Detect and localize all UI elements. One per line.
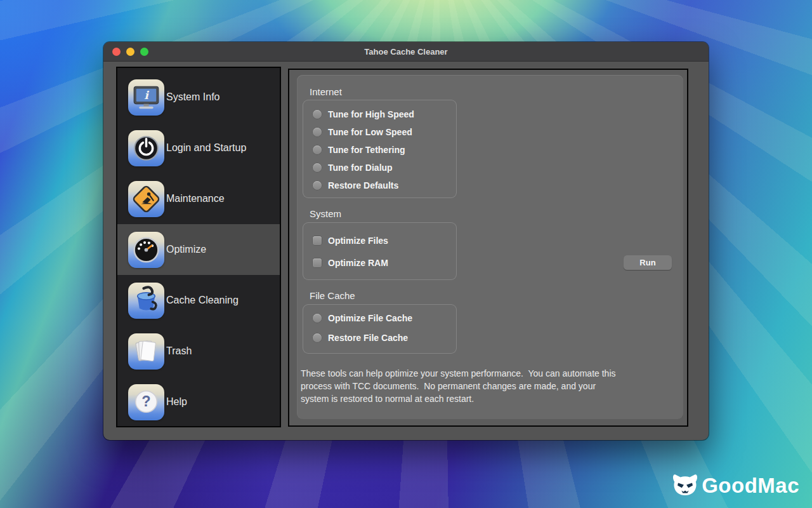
option-restore-defaults[interactable]: Restore Defaults [303, 177, 456, 194]
sidebar-item-login-and-startup[interactable]: Login and Startup [117, 123, 280, 173]
radio-icon [313, 181, 322, 190]
question-mark-icon: ? [128, 384, 164, 420]
sidebar: i System Info Login and Startup [116, 67, 281, 427]
option-tune-for-low-speed[interactable]: Tune for Low Speed [303, 123, 456, 141]
goodmac-brand-text: GoodMac [702, 474, 799, 498]
roadwork-sign-icon [128, 181, 164, 217]
option-tune-for-high-speed[interactable]: Tune for High Speed [303, 105, 456, 123]
description-text: These tools can help optimize your syste… [301, 367, 621, 405]
option-tune-for-dialup[interactable]: Tune for Dialup [303, 159, 456, 177]
sidebar-item-cache-cleaning[interactable]: Cache Cleaning [117, 275, 280, 326]
option-label: Tune for Dialup [328, 163, 393, 173]
sidebar-item-optimize[interactable]: Optimize [117, 224, 280, 275]
option-tune-for-tethering[interactable]: Tune for Tethering [303, 141, 456, 159]
section-header-file-cache: File Cache [310, 290, 355, 301]
checkbox-icon [313, 258, 322, 267]
optimize-pane: Internet Tune for High Speed Tune for Lo… [297, 75, 683, 419]
window-title: Tahoe Cache Cleaner [103, 42, 709, 62]
radio-icon [313, 110, 322, 119]
desktop-wallpaper: Tahoe Cache Cleaner i System Info [0, 0, 812, 508]
sidebar-item-system-info[interactable]: i System Info [117, 72, 280, 123]
option-optimize-ram[interactable]: Optimize RAM [303, 251, 456, 274]
goodmac-watermark: GoodMac [671, 472, 799, 499]
main-panel: Internet Tune for High Speed Tune for Lo… [288, 69, 688, 427]
internet-groupbox: Tune for High Speed Tune for Low Speed T… [303, 100, 457, 198]
option-label: Optimize Files [328, 236, 388, 246]
option-label: Optimize File Cache [328, 313, 412, 323]
sidebar-item-maintenance[interactable]: Maintenance [117, 173, 280, 224]
app-window: Tahoe Cache Cleaner i System Info [103, 42, 709, 440]
sidebar-item-label: Trash [166, 345, 192, 357]
monitor-info-icon: i [128, 79, 164, 116]
option-optimize-file-cache[interactable]: Optimize File Cache [303, 308, 456, 328]
svg-text:?: ? [141, 393, 150, 410]
radio-icon [313, 145, 322, 154]
option-label: Tune for Tethering [328, 145, 405, 155]
sidebar-item-trash[interactable]: Trash [117, 326, 280, 377]
system-groupbox: Optimize Files Optimize RAM [303, 222, 457, 280]
file-cache-groupbox: Optimize File Cache Restore File Cache [303, 304, 457, 354]
sidebar-item-label: Cache Cleaning [166, 295, 239, 306]
sidebar-item-help[interactable]: ? Help [117, 377, 280, 427]
sidebar-item-label: Help [166, 396, 187, 408]
option-label: Tune for High Speed [328, 109, 414, 119]
radio-icon [313, 333, 322, 342]
speedometer-icon [128, 232, 164, 268]
radio-icon [313, 163, 322, 172]
goodmac-cat-logo-icon [671, 472, 700, 499]
run-button[interactable]: Run [624, 255, 672, 270]
radio-icon [313, 314, 322, 323]
radio-icon [313, 128, 322, 137]
section-header-internet: Internet [310, 86, 342, 97]
section-header-system: System [310, 208, 341, 219]
sidebar-item-label: System Info [166, 91, 219, 103]
sidebar-item-label: Maintenance [166, 193, 225, 204]
option-restore-file-cache[interactable]: Restore File Cache [303, 328, 456, 347]
power-icon [128, 130, 164, 166]
sidebar-item-label: Optimize [166, 244, 206, 255]
option-label: Optimize RAM [328, 258, 388, 268]
cleaning-bucket-icon [128, 283, 164, 319]
option-label: Tune for Low Speed [328, 127, 412, 137]
option-label: Restore Defaults [328, 180, 398, 190]
paper-stack-icon [128, 333, 164, 370]
option-label: Restore File Cache [328, 333, 408, 343]
sidebar-item-label: Login and Startup [166, 142, 246, 154]
option-optimize-files[interactable]: Optimize Files [303, 229, 456, 251]
checkbox-icon [313, 236, 322, 245]
window-titlebar[interactable]: Tahoe Cache Cleaner [103, 42, 709, 62]
